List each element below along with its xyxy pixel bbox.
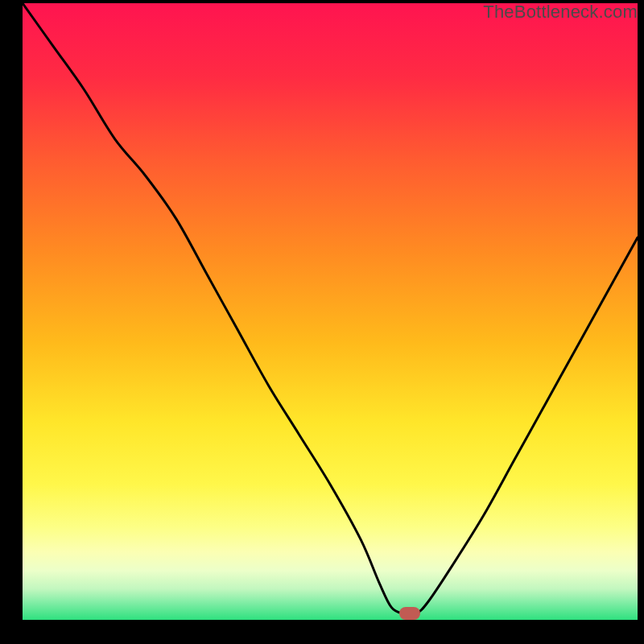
plot-area: [23, 3, 638, 620]
watermark-text: TheBottleneck.com: [483, 2, 638, 23]
chart-frame: TheBottleneck.com: [0, 0, 644, 644]
minimum-marker: [399, 607, 420, 620]
gradient-background: [23, 3, 638, 620]
svg-rect-0: [23, 3, 638, 620]
